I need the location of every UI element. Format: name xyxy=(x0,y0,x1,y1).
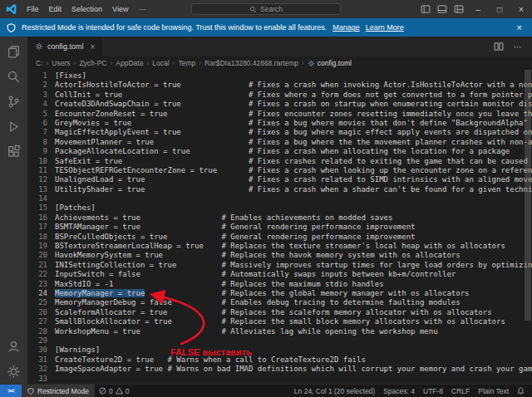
editor-line[interactable]: 8MovementPlanner = true # Fixes a bug wh… xyxy=(27,138,532,147)
editor-line[interactable]: 30[Warnings] xyxy=(27,346,532,355)
editor-line[interactable]: 9PackageAllocateLocation = true # Fixes … xyxy=(27,147,532,156)
line-text: [Patches] xyxy=(55,203,96,213)
eol-status[interactable]: CRLF xyxy=(447,387,474,395)
extensions-icon[interactable] xyxy=(0,139,27,164)
editor-line[interactable]: 6GreyMovies = true # Fixes a bug where m… xyxy=(27,119,532,128)
editor-line[interactable]: 13UtilityShader = true # Fixes a crash w… xyxy=(27,185,532,194)
editor-line[interactable]: 23MaxStdIO = -1 # Replaces the maximum s… xyxy=(27,280,532,289)
line-text: CellInit = true # Fixes where a form doe… xyxy=(55,91,532,100)
breadcrumb-item[interactable]: Zych-PC xyxy=(79,59,106,67)
line-number: 6 xyxy=(27,119,47,128)
code-editor[interactable]: 1[Fixes]2ActorIsHostileToActor = true # … xyxy=(27,70,532,384)
editor-line[interactable]: 17BSMTAManager = true # General renderin… xyxy=(27,223,532,232)
accounts-icon[interactable] xyxy=(0,334,27,359)
menu-edit[interactable]: Edit xyxy=(44,0,67,18)
menu-overflow[interactable]: ··· xyxy=(133,0,150,18)
editor-line[interactable]: 33 xyxy=(27,375,532,384)
indentation-status[interactable]: Spaces: 4 xyxy=(379,387,419,395)
problems-status[interactable]: 0 0 xyxy=(95,387,133,395)
breadcrumb-item[interactable]: AppData xyxy=(116,59,143,67)
language-mode-status[interactable]: Plain Text xyxy=(474,387,513,395)
manage-link[interactable]: Manage xyxy=(332,23,360,32)
breadcrumb-item[interactable]: Temp xyxy=(178,59,195,67)
search-sidebar-icon[interactable] xyxy=(0,64,27,89)
learn-more-link[interactable]: Learn More xyxy=(366,23,404,32)
editor-line[interactable]: 20HavokMemorySystem = true # Replaces th… xyxy=(27,251,532,260)
editor-line[interactable]: 27SmallBlockAllocator = true # Replaces … xyxy=(27,317,532,326)
explorer-icon[interactable] xyxy=(0,39,27,64)
editor-line[interactable]: 24MemoryManager = true # Replaces the gl… xyxy=(27,289,532,298)
split-editor-icon[interactable] xyxy=(494,42,504,51)
editor-line[interactable]: 25MemoryManagerDebug = false # Enables d… xyxy=(27,298,532,307)
scrollbar-thumb[interactable] xyxy=(525,70,531,321)
notifications-bell-icon[interactable] xyxy=(513,387,529,395)
breadcrumb-item[interactable]: Rar$DIa13280.42868.rartemp xyxy=(204,59,298,67)
toggle-panel-icon[interactable] xyxy=(434,0,451,18)
customize-layout-icon[interactable] xyxy=(451,0,467,18)
minimize-button[interactable]: – xyxy=(467,0,489,18)
line-number: 10 xyxy=(27,157,47,166)
command-center-search[interactable]: Search xyxy=(191,3,341,15)
vertical-scrollbar[interactable] xyxy=(524,70,532,384)
restricted-mode-status[interactable]: Restricted Mode xyxy=(22,385,95,397)
menu-view[interactable]: View xyxy=(107,0,133,18)
chevron-right-icon: › xyxy=(173,59,175,67)
line-number: 4 xyxy=(27,100,47,109)
encoding-status[interactable]: UTF-8 xyxy=(419,387,447,395)
tabbar-actions: ⋯ xyxy=(484,37,532,56)
editor-line[interactable]: 32ImageSpaceAdapter = true # Warns on ba… xyxy=(27,365,532,374)
more-actions-icon[interactable]: ⋯ xyxy=(514,42,522,51)
editor-line[interactable]: 1[Fixes] xyxy=(27,71,532,81)
editor-line[interactable]: 28WorkshopMenu = true # Alleviates lag w… xyxy=(27,327,532,336)
editor-line[interactable]: 2ActorIsHostileToActor = true # Fixes a … xyxy=(27,81,532,90)
editor-line[interactable]: 18BSPreCulledObjects = true # General re… xyxy=(27,233,532,242)
maximize-button[interactable]: □ xyxy=(489,0,510,18)
editor-line[interactable]: 19BSTextureStreamerLocalHeap = true # Re… xyxy=(27,242,532,251)
breadcrumb-item-file[interactable]: config.toml xyxy=(308,59,352,67)
shield-icon xyxy=(7,23,16,32)
line-text: CreateTexture2D = true # Warns when a ca… xyxy=(55,355,366,365)
tab-config-toml[interactable]: config.toml × xyxy=(27,37,102,56)
breadcrumb-item[interactable]: C: xyxy=(36,59,43,67)
settings-gear-icon[interactable] xyxy=(0,359,27,384)
line-text: ActorIsHostileToActor = true # Fixes a c… xyxy=(55,81,532,90)
editor-line[interactable]: 11TESObjectREFRGetEncounterZone = true #… xyxy=(27,166,532,175)
editor-line[interactable]: 3CellInit = true # Fixes where a form do… xyxy=(27,91,532,100)
editor-line[interactable]: 16Achievements = true # Enables achievem… xyxy=(27,213,532,223)
editor-line[interactable]: 7MagicEffectApplyEvent = true # Fixes a … xyxy=(27,128,532,137)
editor-line[interactable]: 14 xyxy=(27,194,532,203)
toml-file-icon xyxy=(35,42,43,51)
close-window-button[interactable]: × xyxy=(510,0,532,18)
editor-line[interactable]: 29 xyxy=(27,336,532,346)
line-text: UnalignedLoad = true # Fixes a crash rel… xyxy=(55,175,532,184)
line-number: 5 xyxy=(27,110,47,119)
editor-line[interactable]: 26ScaleformAllocator = true # Replaces t… xyxy=(27,308,532,317)
search-icon xyxy=(249,6,257,13)
chevron-right-icon: › xyxy=(199,59,201,67)
editor-line[interactable]: 5EncounterZoneReset = true # Fixes encou… xyxy=(27,110,532,119)
source-control-icon[interactable] xyxy=(0,89,27,114)
line-text: ImageSpaceAdapter = true # Warns on bad … xyxy=(55,365,532,374)
line-number: 3 xyxy=(27,91,47,100)
toggle-sidebar-icon[interactable] xyxy=(417,0,434,18)
editor-line[interactable]: 10SafeExit = true # Fixes crashes relate… xyxy=(27,157,532,166)
line-number: 31 xyxy=(27,355,47,365)
editor-line[interactable]: 31CreateTexture2D = true # Warns when a … xyxy=(27,355,532,365)
banner-close-icon[interactable]: × xyxy=(514,22,525,32)
editor-line[interactable]: 15[Patches] xyxy=(27,203,532,213)
editor-line[interactable]: 12UnalignedLoad = true # Fixes a crash r… xyxy=(27,175,532,184)
line-number: 30 xyxy=(27,346,47,355)
menu-file[interactable]: File xyxy=(22,0,44,18)
editor-line[interactable]: 4CreateD3DAndSwapChain = true # Fixes a … xyxy=(27,100,532,109)
cursor-position-status[interactable]: Ln 24, Col 1 (20 selected) xyxy=(290,387,379,395)
breadcrumb-item[interactable]: Users xyxy=(52,59,70,67)
editor-column: config.toml × ⋯ C: › Users › Zych-PC › A… xyxy=(27,37,532,384)
run-debug-icon[interactable] xyxy=(0,114,27,139)
tab-close-icon[interactable]: × xyxy=(91,42,96,51)
editor-line[interactable]: 21INISettingCollection = true # Massivel… xyxy=(27,261,532,270)
remote-indicator[interactable]: >< xyxy=(0,385,22,397)
editor-line[interactable]: 22InputSwitch = false # Automatically sw… xyxy=(27,270,532,279)
breadcrumb-item[interactable]: Local xyxy=(152,59,169,67)
menu-selection[interactable]: Selection xyxy=(66,0,107,18)
line-text: TESObjectREFRGetEncounterZone = true # F… xyxy=(55,166,532,175)
